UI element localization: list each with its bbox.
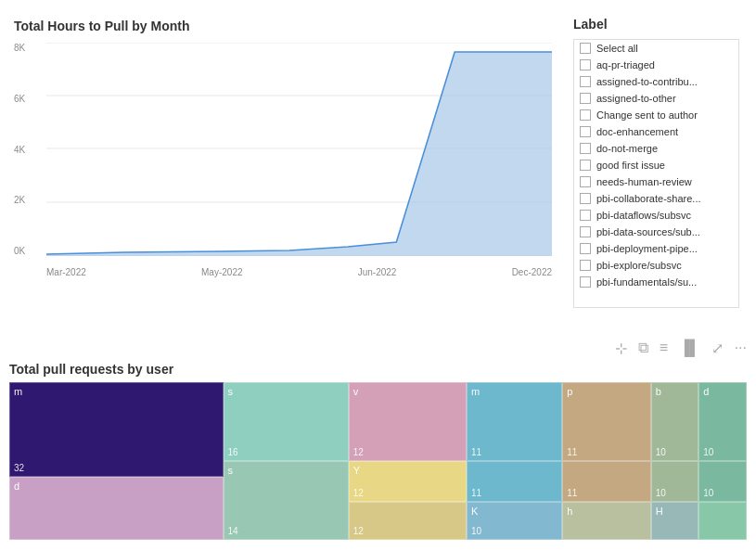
label-item[interactable]: pbi-fundamentals/su... (574, 274, 738, 290)
expand-icon[interactable]: ⤢ (711, 340, 724, 357)
cell-top-label: p (567, 386, 572, 397)
pin-icon[interactable]: ⊹ (615, 340, 627, 357)
label-text: doc-enhancement (596, 126, 678, 137)
y-label-4k: 4K (14, 145, 42, 155)
label-text: aq-pr-triaged (596, 59, 655, 70)
cell-value: 10 (703, 447, 713, 457)
label-checkbox[interactable] (580, 126, 591, 137)
label-checkbox[interactable] (580, 260, 591, 271)
label-checkbox[interactable] (580, 243, 591, 254)
treemap-cell: 10 (698, 461, 747, 502)
filter-icon[interactable]: ≡ (660, 340, 668, 356)
label-checkbox[interactable] (580, 43, 591, 54)
label-text: pbi-explore/subsvc (596, 260, 682, 271)
chart-title: Total Hours to Pull by Month (14, 19, 552, 33)
cell-top-label: s (228, 386, 234, 397)
treemap: m32s16v12m11p11b10d10ds14Y121211111010K1… (9, 382, 747, 540)
label-checkbox[interactable] (580, 59, 591, 70)
label-text: pbi-fundamentals/su... (596, 276, 697, 288)
cell-top-label: d (14, 481, 19, 492)
cell-value: 11 (567, 488, 577, 498)
treemap-cell: Y12 (349, 461, 467, 502)
treemap-cell: m11 (467, 382, 562, 461)
label-item[interactable]: pbi-data-sources/sub... (574, 224, 738, 240)
label-checkbox[interactable] (580, 193, 591, 204)
label-checkbox[interactable] (580, 160, 591, 171)
x-label-mar: Mar-2022 (46, 267, 86, 277)
cell-value: 11 (471, 488, 481, 498)
line-chart-svg (46, 43, 552, 256)
cell-value: 14 (228, 526, 238, 536)
y-axis: 0K 2K 4K 6K 8K (14, 43, 42, 256)
treemap-cell: d10 (698, 382, 747, 461)
cell-top-label: H (656, 506, 663, 517)
treemap-cell: s16 (224, 382, 349, 461)
label-text: pbi-dataflows/subsvc (596, 210, 691, 221)
cell-top-label: v (353, 386, 359, 397)
label-item[interactable]: good first issue (574, 157, 738, 173)
chart-area: Total Hours to Pull by Month 0K 2K 4K 6K… (9, 9, 557, 325)
cell-value: 10 (656, 488, 666, 498)
treemap-cell (698, 502, 747, 540)
label-item[interactable]: do-not-merge (574, 140, 738, 157)
label-item[interactable]: aq-pr-triaged (574, 57, 738, 73)
treemap-cell: 12 (349, 502, 467, 540)
cell-value: 11 (471, 447, 481, 457)
cell-value: 16 (228, 447, 238, 457)
treemap-cell: v12 (349, 382, 467, 461)
label-item[interactable]: pbi-dataflows/subsvc (574, 207, 738, 224)
cell-top-label: K (471, 506, 478, 517)
label-text: assigned-to-contribu... (596, 76, 698, 87)
label-text: pbi-collaborate-share... (596, 193, 701, 204)
label-item[interactable]: Select all (574, 40, 738, 57)
label-checkbox[interactable] (580, 226, 591, 237)
chart-container: 0K 2K 4K 6K 8K (14, 43, 552, 284)
label-panel-title: Label (573, 17, 739, 32)
cell-value: 12 (353, 488, 364, 498)
label-text: pbi-deployment-pipe... (596, 243, 698, 254)
label-item[interactable]: Change sent to author (574, 107, 738, 123)
cell-value: 12 (353, 526, 364, 536)
treemap-cell: 11 (562, 461, 650, 502)
label-checkbox[interactable] (580, 109, 591, 121)
label-checkbox[interactable] (580, 76, 591, 87)
label-checkbox[interactable] (580, 176, 591, 187)
treemap-cell: H (651, 502, 699, 540)
label-item[interactable]: assigned-to-other (574, 90, 738, 107)
treemap-cell: m32 (9, 382, 224, 477)
cell-top-label: d (703, 386, 709, 397)
more-icon[interactable]: ··· (735, 340, 747, 356)
label-item[interactable]: pbi-explore/subsvc (574, 257, 738, 274)
label-checkbox[interactable] (580, 210, 591, 221)
label-item[interactable]: assigned-to-contribu... (574, 73, 738, 90)
treemap-cell: 10 (651, 461, 699, 502)
copy-icon[interactable]: ⧉ (638, 340, 648, 356)
chart-icon[interactable]: ▐▌ (679, 340, 700, 356)
cell-value: 11 (567, 447, 577, 457)
label-checkbox[interactable] (580, 93, 591, 104)
cell-value: 32 (14, 463, 24, 473)
treemap-cell: d (9, 477, 224, 540)
label-text: Change sent to author (596, 109, 698, 121)
cell-top-label: h (567, 506, 572, 517)
label-item[interactable]: pbi-deployment-pipe... (574, 240, 738, 257)
cell-value: 10 (471, 526, 481, 536)
label-list[interactable]: Select allaq-pr-triagedassigned-to-contr… (573, 39, 739, 308)
label-text: do-not-merge (596, 143, 658, 154)
x-label-dec: Dec-2022 (512, 267, 552, 277)
label-item[interactable]: pbi-collaborate-share... (574, 190, 738, 207)
label-checkbox[interactable] (580, 276, 591, 288)
y-label-6k: 6K (14, 94, 42, 104)
y-label-0k: 0K (14, 246, 42, 256)
label-item[interactable]: needs-human-review (574, 173, 738, 190)
treemap-cell: s14 (224, 461, 349, 540)
label-text: good first issue (596, 160, 665, 171)
svg-marker-5 (46, 52, 552, 256)
treemap-cell: p11 (562, 382, 650, 461)
label-text: needs-human-review (596, 176, 692, 187)
cell-top-label: b (656, 386, 661, 397)
treemap-cell: 11 (467, 461, 562, 502)
label-checkbox[interactable] (580, 143, 591, 154)
y-label-8k: 8K (14, 43, 42, 53)
label-item[interactable]: doc-enhancement (574, 123, 738, 140)
